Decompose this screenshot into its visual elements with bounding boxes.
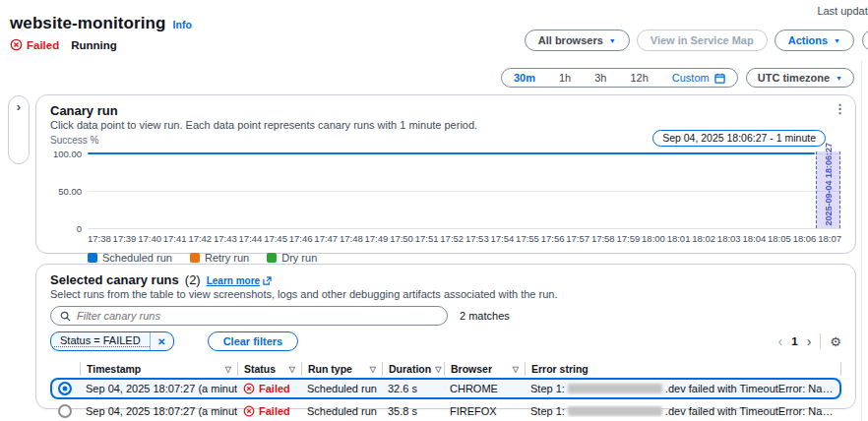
time-range-3h[interactable]: 3h	[583, 72, 618, 84]
row-status-label: Failed	[259, 383, 290, 394]
chart-legend: Scheduled runRetry runDry run	[88, 252, 841, 264]
col-status[interactable]: Status ▽	[237, 362, 301, 376]
selected-time-band[interactable]: 2025-09-04 18:06:27	[816, 151, 840, 228]
error-suffix: .dev failed with TimeoutError: Navigatio…	[665, 405, 836, 417]
redacted-url	[568, 406, 662, 416]
scheduled-run-series-line[interactable]	[88, 152, 815, 154]
page: website-monitoring Info Failed Running L…	[0, 0, 868, 421]
pagination: ‹ 1 › ⚙	[778, 333, 841, 349]
x-tick-label: 17:54	[491, 233, 515, 244]
legend-label: Retry run	[205, 252, 249, 264]
time-range-1h[interactable]: 1h	[547, 72, 583, 84]
x-tick-label: 17:44	[239, 233, 263, 244]
failed-label: Failed	[27, 39, 59, 51]
legend-label: Scheduled run	[102, 252, 172, 264]
error-prefix: Step 1:	[530, 405, 565, 417]
filter-icon[interactable]: ▽	[513, 365, 519, 374]
x-tick-label: 18:03	[717, 233, 741, 244]
row-error-string: Step 1: .dev failed with TimeoutError: N…	[525, 383, 841, 394]
x-tick-label: 17:42	[188, 233, 212, 244]
running-label: Running	[71, 39, 117, 51]
filter-token-label[interactable]: Status = FAILED	[51, 334, 150, 347]
filter-input-wrap	[50, 306, 448, 326]
col-timestamp[interactable]: Timestamp ▽	[80, 362, 237, 376]
redacted-url	[568, 384, 662, 393]
row-browser: CHROME	[444, 383, 525, 394]
page-number[interactable]: 1	[791, 335, 797, 347]
x-tick-label: 17:57	[566, 233, 589, 244]
filter-canary-runs-input[interactable]	[77, 310, 438, 322]
table-row[interactable]: Sep 04, 2025 18:07:27 (a minute ago) Fai…	[50, 378, 841, 399]
col-status-label: Status	[244, 363, 276, 375]
x-tick-label: 17:49	[365, 233, 389, 244]
x-tick-label: 17:40	[138, 233, 161, 244]
x-tick-label: 17:52	[440, 233, 464, 244]
last-updated-label: Last updated	[817, 5, 868, 17]
next-page-icon[interactable]: ›	[807, 333, 812, 349]
filter-icon[interactable]: ▽	[435, 365, 441, 374]
failed-icon	[10, 38, 23, 51]
info-link[interactable]: Info	[173, 19, 192, 30]
service-map-label: View in Service Map	[651, 34, 754, 46]
actions-dropdown[interactable]: Actions ▼	[775, 30, 854, 51]
filter-icon[interactable]: ▽	[225, 365, 231, 374]
row-status: Failed	[237, 405, 301, 417]
col-browser[interactable]: Browser ▽	[444, 362, 525, 376]
row-radio[interactable]	[58, 404, 72, 418]
success-rate-chart[interactable]: 100.00 50.00 0 2025-09-04 18:06:27 Sep 0…	[88, 153, 841, 228]
remove-filter-icon[interactable]: ✕	[150, 332, 173, 350]
custom-label: Custom	[672, 72, 710, 84]
y-tick-100: 100.00	[42, 149, 82, 159]
calendar-icon	[714, 73, 725, 84]
col-run-type[interactable]: Run type ▽	[301, 362, 382, 376]
row-duration: 32.6 s	[382, 383, 444, 394]
x-tick-label: 17:58	[591, 233, 615, 244]
pager-divider	[820, 333, 821, 349]
clipped-button[interactable]	[862, 30, 868, 51]
row-radio-selected[interactable]	[58, 382, 72, 395]
selected-time-band-label: 2025-09-04 18:06:27	[824, 141, 834, 228]
legend-item[interactable]: Dry run	[267, 252, 317, 264]
legend-label: Dry run	[281, 252, 317, 264]
view-in-service-map-button[interactable]: View in Service Map	[637, 30, 768, 51]
chart-tooltip: Sep 04, 2025 18:06:27 - 1 minute	[652, 130, 826, 147]
panel-menu-icon[interactable]: ⋮	[834, 101, 846, 116]
time-range-segmented-control: 30m 1h 3h 12h Custom	[501, 68, 738, 88]
legend-item[interactable]: Retry run	[190, 252, 249, 264]
time-range-12h[interactable]: 12h	[618, 72, 659, 84]
col-duration-label: Duration	[389, 363, 431, 375]
timezone-label: UTC timezone	[758, 72, 830, 84]
timezone-dropdown[interactable]: UTC timezone ▼	[746, 68, 854, 88]
all-browsers-dropdown[interactable]: All browsers ▼	[525, 30, 630, 51]
learn-more-link[interactable]: Learn more	[207, 275, 272, 286]
x-tick-label: 18:00	[642, 233, 665, 244]
col-error-string[interactable]: Error string	[525, 362, 841, 376]
filter-icon[interactable]: ▽	[370, 365, 376, 374]
filter-icon[interactable]: ▽	[289, 365, 295, 374]
error-suffix: .dev failed with TimeoutError: Navigatio…	[665, 383, 836, 394]
x-tick-label: 18:01	[667, 233, 691, 244]
prev-page-icon[interactable]: ‹	[778, 333, 783, 349]
legend-item[interactable]: Scheduled run	[88, 252, 172, 264]
row-timestamp: Sep 04, 2025 18:07:27 (a minute ago)	[80, 383, 237, 394]
learn-more-label: Learn more	[207, 275, 260, 286]
time-range-30m[interactable]: 30m	[502, 72, 547, 84]
error-prefix: Step 1:	[530, 383, 565, 394]
table-row[interactable]: Sep 04, 2025 18:07:27 (a minute ago) Fai…	[50, 400, 841, 421]
chevron-right-icon: ›	[9, 99, 29, 114]
col-duration[interactable]: Duration ▽	[382, 362, 444, 376]
clear-filters-button[interactable]: Clear filters	[208, 331, 299, 351]
all-browsers-label: All browsers	[538, 34, 603, 46]
side-panel-toggle[interactable]: ›	[8, 95, 30, 164]
x-tick-label: 18:06	[793, 233, 817, 244]
x-tick-label: 17:59	[616, 233, 640, 244]
header-actions: All browsers ▼ View in Service Map Actio…	[525, 30, 854, 51]
time-range-custom[interactable]: Custom	[660, 72, 737, 84]
failed-icon	[243, 405, 255, 417]
canary-run-panel: ⋮ Canary run Click data point to view ru…	[35, 94, 856, 254]
col-browser-label: Browser	[451, 363, 492, 375]
row-status: Failed	[237, 383, 301, 394]
row-browser: FIREFOX	[444, 405, 525, 417]
table-settings-gear-icon[interactable]: ⚙	[830, 334, 841, 349]
time-range-bar: 30m 1h 3h 12h Custom UTC timezone ▼	[501, 68, 854, 88]
